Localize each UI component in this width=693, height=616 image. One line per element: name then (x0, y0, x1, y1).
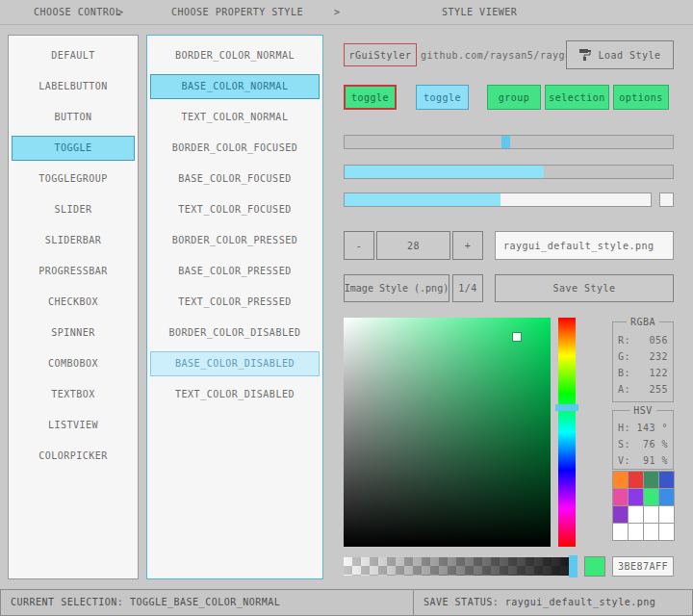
app-title-box: rGuiStyler (344, 43, 417, 66)
control-item-togglegroup[interactable]: TOGGLEGROUP (12, 167, 135, 192)
status-current-selection: CURRENT SELECTION: TOGGLE_BASE_COLOR_NOR… (0, 589, 414, 616)
color-picker-area[interactable] (344, 318, 551, 547)
control-item-sliderbar[interactable]: SLIDERBAR (12, 228, 135, 253)
control-item-button[interactable]: BUTTON (12, 105, 135, 130)
spinner-minus-button[interactable]: - (344, 231, 374, 260)
property-item-text-color-focused[interactable]: TEXT_COLOR_FOCUSED (150, 197, 320, 222)
control-item-colorpicker[interactable]: COLORPICKER (12, 444, 135, 469)
swatch-cell[interactable] (659, 506, 674, 523)
toggle-label: selection (549, 92, 605, 103)
app-title: rGuiStyler (348, 50, 411, 61)
progressbar-demo (344, 192, 652, 207)
repo-link[interactable]: github.com/raysan5/raygui (421, 50, 578, 61)
slider-handle[interactable] (501, 136, 510, 148)
swatch-cell[interactable] (629, 472, 643, 488)
slider-demo[interactable] (344, 135, 674, 149)
color-picker-marker[interactable] (513, 333, 521, 341)
hsv-sat-value: 76 % (643, 436, 668, 452)
control-item-labelbutton[interactable]: LABELBUTTON (12, 74, 135, 99)
swatch-cell[interactable] (659, 472, 674, 488)
swatch-cell[interactable] (629, 489, 643, 505)
spinner-plus-button[interactable]: + (452, 231, 483, 260)
property-item-base-color-focused[interactable]: BASE_COLOR_FOCUSED (150, 167, 320, 192)
style-format-combobox[interactable]: Image Style (.png) (344, 274, 449, 302)
rgba-blue-row: B: 122 (613, 365, 673, 381)
hsv-val-label: V: (618, 452, 630, 469)
swatch-cell[interactable] (659, 524, 674, 540)
checkbox-demo[interactable] (659, 192, 674, 207)
swatch-cell[interactable] (629, 506, 643, 523)
save-style-label: Save Style (552, 283, 615, 294)
property-item-border-color-disabled[interactable]: BORDER_COLOR_DISABLED (150, 321, 320, 346)
style-format-counter[interactable]: 1/4 (452, 274, 483, 302)
alpha-bar-handle[interactable] (569, 555, 578, 578)
swatch-cell[interactable] (613, 472, 628, 488)
togglegroup-item-selection[interactable]: selection (545, 85, 609, 110)
breadcrumb-separator: > (117, 7, 124, 17)
rgba-blue-value: 122 (649, 365, 668, 381)
toggle-label: toggle (351, 92, 389, 103)
property-item-border-color-normal[interactable]: BORDER_COLOR_NORMAL (150, 43, 320, 68)
top-bar: CHOOSE CONTROL > CHOOSE PROPERTY STYLE >… (0, 0, 693, 25)
swatch-cell[interactable] (644, 489, 658, 505)
hsv-hue-value: 143 ° (636, 420, 668, 436)
rgba-green-value: 232 (649, 348, 668, 365)
rgba-title: RGBA (627, 317, 659, 327)
save-style-button[interactable]: Save Style (495, 274, 674, 302)
hue-bar[interactable] (558, 318, 576, 547)
togglegroup-item-options[interactable]: options (613, 85, 669, 110)
toggle-label: toggle (424, 92, 461, 103)
control-item-spinner[interactable]: SPINNER (12, 321, 135, 346)
property-item-border-color-pressed[interactable]: BORDER_COLOR_PRESSED (150, 228, 320, 253)
hex-value-box[interactable]: 3BE87AFF (612, 556, 674, 577)
property-item-base-color-pressed[interactable]: BASE_COLOR_PRESSED (150, 259, 320, 284)
control-item-toggle[interactable]: TOGGLE (12, 136, 135, 161)
swatch-cell[interactable] (613, 506, 628, 523)
load-style-label: Load Style (598, 50, 660, 61)
swatch-cell[interactable] (659, 489, 674, 505)
load-style-button[interactable]: Load Style (566, 40, 674, 69)
property-item-text-color-pressed[interactable]: TEXT_COLOR_PRESSED (150, 290, 320, 315)
swatch-cell[interactable] (644, 472, 658, 488)
property-item-text-color-normal[interactable]: TEXT_COLOR_NORMAL (150, 105, 320, 130)
swatch-cell[interactable] (613, 524, 628, 540)
spinner-value-box[interactable]: 28 (376, 231, 450, 260)
hsv-val-value: 91 % (643, 452, 668, 469)
control-item-default[interactable]: DEFAULT (12, 43, 135, 68)
spinner-value: 28 (407, 241, 420, 251)
hue-bar-handle[interactable] (555, 404, 578, 411)
property-item-border-color-focused[interactable]: BORDER_COLOR_FOCUSED (150, 136, 320, 161)
sliderbar-demo[interactable] (344, 165, 674, 179)
control-item-textbox[interactable]: TEXTBOX (12, 382, 135, 407)
rgba-red-label: R: (618, 332, 630, 348)
rgba-alpha-label: A: (618, 381, 630, 398)
property-item-text-color-disabled[interactable]: TEXT_COLOR_DISABLED (150, 382, 320, 407)
toggle-demo-normal[interactable]: toggle (344, 85, 397, 110)
breadcrumb-choose-control: CHOOSE CONTROL (34, 7, 121, 17)
rgba-red-value: 056 (649, 332, 668, 348)
property-item-base-color-normal[interactable]: BASE_COLOR_NORMAL (150, 74, 320, 99)
style-filename-textbox[interactable]: raygui_default_style.png (495, 231, 674, 260)
rgba-alpha-value: 255 (649, 381, 668, 398)
properties-list-panel: BORDER_COLOR_NORMAL BASE_COLOR_NORMAL TE… (146, 35, 323, 579)
rguistyler-window: CHOOSE CONTROL > CHOOSE PROPERTY STYLE >… (0, 0, 693, 616)
paint-roller-icon (578, 48, 592, 62)
swatch-cell[interactable] (629, 524, 643, 540)
hsv-title: HSV (629, 405, 656, 416)
control-item-progressbar[interactable]: PROGRESSBAR (12, 259, 135, 284)
status-current-selection-text: CURRENT SELECTION: TOGGLE_BASE_COLOR_NOR… (11, 597, 280, 607)
togglegroup-item-group[interactable]: group (487, 85, 541, 110)
control-item-slider[interactable]: SLIDER (12, 197, 135, 222)
swatch-cell[interactable] (644, 524, 658, 540)
control-item-listview[interactable]: LISTVIEW (12, 413, 135, 438)
hsv-groupbox: HSV H: 143 ° S: 76 % V: 91 % (612, 410, 674, 470)
property-item-base-color-disabled[interactable]: BASE_COLOR_DISABLED (150, 351, 320, 376)
swatch-cell[interactable] (613, 489, 628, 505)
control-item-combobox[interactable]: COMBOBOX (12, 351, 135, 376)
rgba-alpha-row: A: 255 (613, 381, 673, 398)
alpha-bar[interactable] (344, 557, 578, 576)
control-item-checkbox[interactable]: CHECKBOX (12, 290, 135, 315)
toggle-demo-focused[interactable]: toggle (416, 85, 469, 110)
swatch-cell[interactable] (644, 506, 658, 523)
hsv-val-row: V: 91 % (613, 452, 673, 469)
